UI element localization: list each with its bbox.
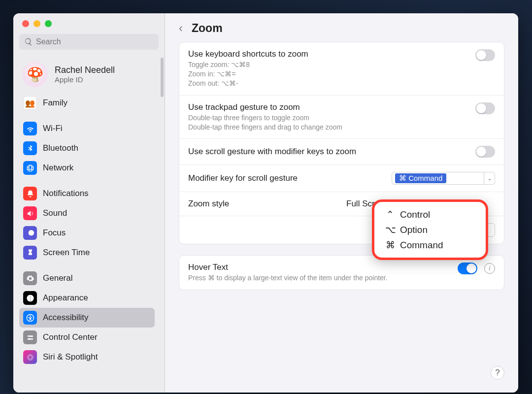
sidebar-item-label: Accessibility	[43, 313, 89, 323]
option-symbol-icon: ⌥	[385, 224, 395, 235]
svg-point-1	[30, 315, 31, 317]
row-title: Use trackpad gesture to zoom	[188, 102, 467, 112]
row-keyboard-shortcuts: Use keyboard shortcuts to zoom Toggle zo…	[179, 42, 504, 96]
svg-point-6	[27, 354, 33, 360]
siri-icon	[23, 350, 37, 364]
command-symbol-icon: ⌘	[385, 239, 395, 251]
select-value: ⌘ Command	[395, 173, 446, 183]
sidebar-item-label: Screen Time	[43, 248, 90, 258]
sidebar-item-family[interactable]: Family	[19, 93, 155, 113]
wifi-icon	[23, 122, 37, 135]
accessibility-icon	[23, 311, 37, 325]
sidebar-item-bluetooth[interactable]: Bluetooth	[19, 138, 155, 158]
sidebar-item-label: Network	[43, 163, 73, 173]
search-container	[13, 34, 165, 55]
help-button[interactable]: ?	[491, 366, 504, 380]
sidebar-item-general[interactable]: General	[19, 268, 155, 288]
row-sub: Double-tap three fingers and drag to cha…	[188, 123, 467, 132]
dropdown-option-label: Control	[400, 209, 430, 220]
row-sub: Double-tap three fingers to toggle zoom	[188, 113, 467, 123]
avatar: 🍄	[22, 62, 48, 87]
screentime-icon	[23, 246, 37, 260]
dropdown-option-label: Option	[400, 225, 428, 235]
sidebar-item-focus[interactable]: Focus	[19, 223, 155, 243]
gear-icon	[23, 271, 37, 285]
row-trackpad-gesture: Use trackpad gesture to zoom Double-tap …	[179, 96, 504, 139]
sidebar-item-label: Notifications	[43, 189, 89, 198]
family-icon	[23, 96, 37, 110]
sidebar-item-controlcenter[interactable]: Control Center	[19, 328, 155, 347]
row-modifier-key: Modifier key for scroll gesture ⌘ Comman…	[179, 165, 504, 192]
info-icon[interactable]: i	[484, 263, 495, 274]
sidebar-item-label: General	[43, 273, 72, 283]
sidebar-item-notifications[interactable]: Notifications	[19, 184, 155, 203]
sidebar-item-network[interactable]: Network	[19, 158, 155, 178]
sidebar-item-label: Family	[43, 98, 67, 108]
sidebar-item-label: Wi-Fi	[43, 124, 63, 133]
svg-point-5	[31, 338, 32, 339]
user-sub: Apple ID	[55, 75, 115, 84]
sound-icon	[23, 206, 37, 220]
notifications-icon	[23, 187, 37, 200]
row-label: Zoom style	[188, 199, 338, 209]
bluetooth-icon	[23, 141, 37, 155]
scroll-gesture-toggle[interactable]	[475, 146, 495, 158]
sidebar: 🍄 Rachel Needell Apple ID Family Wi-Fi B…	[13, 13, 165, 393]
sidebar-item-appearance[interactable]: Appearance	[19, 288, 155, 308]
sidebar-item-label: Bluetooth	[43, 143, 78, 153]
sidebar-item-screentime[interactable]: Screen Time	[19, 243, 155, 263]
trackpad-gesture-toggle[interactable]	[475, 102, 495, 114]
sidebar-item-label: Siri & Spotlight	[43, 352, 98, 362]
sidebar-item-label: Appearance	[43, 293, 88, 303]
sidebar-item-label: Control Center	[43, 332, 98, 342]
modifier-key-dropdown: ⌃ Control ⌥ Option ⌘ Command	[372, 199, 488, 260]
row-sub: Press ⌘ to display a large-text view of …	[188, 273, 450, 283]
appearance-icon	[23, 291, 37, 305]
back-button[interactable]: ‹	[179, 21, 183, 35]
main-content: ‹ Zoom Use keyboard shortcuts to zoom To…	[165, 13, 518, 393]
keyboard-shortcuts-toggle[interactable]	[475, 49, 495, 61]
sidebar-item-siri[interactable]: Siri & Spotlight	[19, 347, 155, 367]
row-sub: Zoom in: ⌥⌘=	[188, 69, 467, 79]
sidebar-nav: 🍄 Rachel Needell Apple ID Family Wi-Fi B…	[13, 55, 165, 367]
row-title: Use scroll gesture with modifier keys to…	[188, 147, 467, 157]
focus-icon	[23, 226, 37, 240]
page-title: Zoom	[192, 22, 223, 35]
svg-point-7	[28, 355, 32, 359]
chevron-down-icon: ⌄	[484, 172, 495, 184]
sidebar-item-appleid[interactable]: 🍄 Rachel Needell Apple ID	[19, 59, 155, 93]
settings-window: 🍄 Rachel Needell Apple ID Family Wi-Fi B…	[13, 13, 518, 393]
row-sub: Toggle zoom: ⌥⌘8	[188, 60, 467, 69]
row-title: Use keyboard shortcuts to zoom	[188, 49, 467, 59]
dropdown-option-option[interactable]: ⌥ Option	[376, 222, 484, 237]
control-symbol-icon: ⌃	[385, 209, 395, 220]
search-input[interactable]	[19, 34, 159, 50]
dropdown-option-control[interactable]: ⌃ Control	[376, 207, 484, 222]
hover-text-toggle[interactable]	[458, 263, 477, 274]
hover-text-panel: Hover Text Press ⌘ to display a large-te…	[179, 255, 504, 290]
sidebar-scrollbar[interactable]	[161, 58, 164, 97]
user-name: Rachel Needell	[55, 65, 115, 75]
controlcenter-icon	[23, 330, 37, 344]
search-icon	[24, 37, 33, 46]
network-icon	[23, 161, 37, 175]
row-sub: Zoom out: ⌥⌘-	[188, 79, 467, 88]
row-scroll-gesture: Use scroll gesture with modifier keys to…	[179, 139, 504, 165]
dropdown-option-label: Command	[400, 240, 443, 251]
sidebar-item-label: Focus	[43, 228, 66, 238]
svg-point-4	[28, 335, 30, 337]
dropdown-option-command[interactable]: ⌘ Command	[376, 237, 484, 253]
close-window-button[interactable]	[22, 20, 29, 27]
sidebar-item-wifi[interactable]: Wi-Fi	[19, 119, 155, 138]
minimize-window-button[interactable]	[33, 20, 40, 27]
window-traffic-lights	[13, 17, 165, 34]
sidebar-item-sound[interactable]: Sound	[19, 203, 155, 223]
maximize-window-button[interactable]	[45, 20, 52, 27]
row-label: Modifier key for scroll gesture	[188, 173, 384, 183]
titlebar: ‹ Zoom	[179, 21, 504, 42]
modifier-key-select[interactable]: ⌘ Command ⌄	[392, 172, 495, 185]
row-title: Hover Text	[188, 263, 450, 272]
row-hover-text: Hover Text Press ⌘ to display a large-te…	[179, 256, 504, 290]
sidebar-item-label: Sound	[43, 208, 67, 218]
sidebar-item-accessibility[interactable]: Accessibility	[19, 308, 155, 328]
